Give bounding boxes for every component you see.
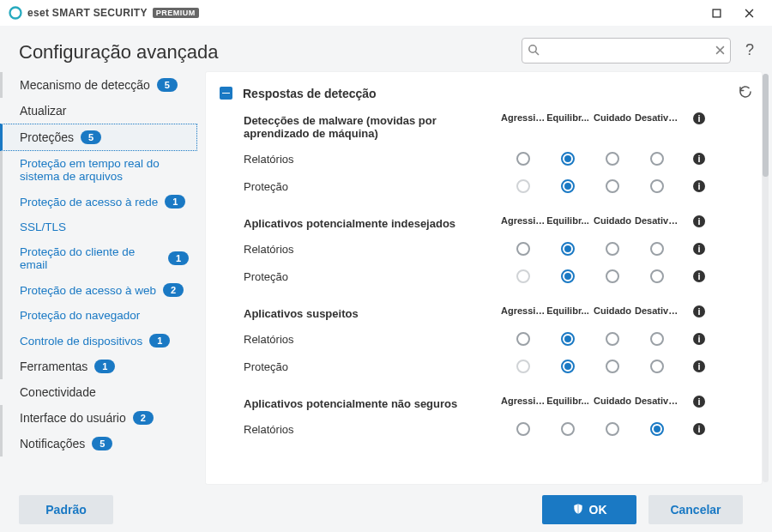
column-header: Desativa... [635, 305, 679, 316]
sidebar-item-ssl[interactable]: SSL/TLS [0, 215, 197, 239]
sidebar-item-label: Conectividade [20, 385, 96, 399]
radio-option[interactable] [650, 422, 664, 436]
search-box[interactable] [522, 38, 731, 63]
radio-option[interactable] [606, 360, 619, 373]
column-header: Equilibr... [546, 112, 590, 123]
info-icon[interactable]: i [693, 153, 705, 165]
radio-option[interactable] [606, 269, 619, 283]
column-header: Equilibr... [546, 305, 590, 316]
column-header: Agressivo [501, 112, 546, 123]
radio-option [516, 360, 530, 373]
radio-option[interactable] [561, 179, 575, 193]
column-header: Desativa... [635, 112, 679, 123]
column-header: Equilibr... [546, 215, 590, 226]
info-icon[interactable]: i [693, 396, 705, 408]
radio-option[interactable] [561, 360, 575, 373]
sidebar-item-badge: 2 [163, 283, 184, 297]
radio-option[interactable] [606, 242, 619, 256]
cancel-button[interactable]: Cancelar [648, 495, 743, 524]
info-icon[interactable]: i [693, 305, 705, 317]
radio-option[interactable] [561, 422, 575, 436]
option-label: Proteção [244, 270, 501, 283]
info-icon[interactable]: i [693, 243, 705, 255]
info-icon[interactable]: i [693, 215, 705, 227]
sidebar-item-mecanismo[interactable]: Mecanismo de detecção5 [0, 72, 197, 98]
sidebar-item-label: Atualizar [20, 104, 66, 118]
radio-option[interactable] [606, 332, 619, 346]
radio-option[interactable] [606, 422, 619, 436]
settings-panel: Respostas de detecção Detecções de malwa… [206, 72, 762, 484]
settings-group: Aplicativos potencialmente não segurosAg… [244, 396, 753, 443]
defaults-button[interactable]: Padrão [19, 495, 113, 524]
sidebar-item-email[interactable]: Proteção do cliente de email1 [0, 239, 197, 277]
radio-option[interactable] [561, 269, 575, 283]
sidebar-item-label: Proteção de acesso à rede [20, 196, 158, 209]
reset-section-button[interactable] [738, 84, 753, 102]
sidebar-item-atualizar[interactable]: Atualizar [0, 98, 197, 124]
option-label: Relatórios [244, 153, 501, 166]
radio-option[interactable] [561, 242, 575, 256]
page-scrollbar[interactable] [763, 74, 769, 482]
collapse-toggle[interactable] [220, 87, 232, 100]
page-scrollbar-thumb[interactable] [763, 74, 769, 177]
option-label: Proteção [244, 360, 501, 373]
settings-group: Aplicativos potencialmente indesejadosAg… [244, 215, 753, 290]
shield-icon [572, 503, 584, 517]
group-title: Aplicativos potencialmente não seguros [244, 396, 501, 410]
sidebar-item-dispositivos[interactable]: Controle de dispositivos1 [0, 328, 197, 354]
radio-option[interactable] [650, 179, 664, 193]
sidebar-item-notificacoes[interactable]: Notificações5 [0, 431, 197, 456]
info-icon[interactable]: i [693, 112, 705, 124]
help-button[interactable]: ? [739, 38, 760, 62]
ok-button[interactable]: OK [542, 495, 636, 524]
svg-point-2 [529, 45, 536, 51]
sidebar-item-navegador[interactable]: Proteção do navegador [0, 303, 197, 328]
sidebar-item-rede[interactable]: Proteção de acesso à rede1 [0, 189, 197, 215]
brand-edition-badge: PREMIUM [153, 8, 199, 18]
info-icon[interactable]: i [693, 180, 705, 192]
radio-option[interactable] [650, 152, 664, 166]
radio-option[interactable] [606, 179, 619, 193]
group-title: Aplicativos potencialmente indesejados [244, 215, 501, 230]
sidebar-item-interface[interactable]: Interface do usuário2 [0, 405, 197, 431]
info-icon[interactable]: i [693, 360, 705, 372]
sidebar-item-label: Ferramentas [20, 360, 87, 373]
radio-option[interactable] [516, 422, 530, 436]
sidebar-item-ferramentas[interactable]: Ferramentas1 [0, 354, 197, 379]
option-label: Relatórios [244, 333, 501, 346]
clear-search-icon[interactable] [715, 45, 725, 57]
sidebar-item-label: SSL/TLS [20, 221, 66, 233]
sidebar-item-rtfs[interactable]: Proteção em tempo real do sistema de arq… [0, 151, 197, 189]
radio-option[interactable] [516, 152, 530, 166]
panel-title: Respostas de detecção [243, 87, 377, 100]
radio-option[interactable] [561, 152, 575, 166]
sidebar: Mecanismo de detecção5AtualizarProteções… [0, 72, 197, 484]
sidebar-item-conectividade[interactable]: Conectividade [0, 379, 197, 405]
radio-option[interactable] [516, 242, 530, 256]
column-header: Desativa... [635, 215, 679, 226]
svg-rect-1 [713, 9, 721, 17]
column-header: Cuidado [590, 112, 635, 123]
radio-option[interactable] [606, 152, 619, 166]
radio-option[interactable] [650, 360, 664, 373]
search-input[interactable] [545, 44, 710, 58]
maximize-button[interactable] [702, 3, 731, 22]
sidebar-item-badge: 5 [157, 78, 178, 92]
svg-rect-3 [222, 93, 230, 94]
info-icon[interactable]: i [693, 423, 705, 435]
info-icon[interactable]: i [693, 270, 705, 282]
info-icon[interactable]: i [693, 333, 705, 345]
radio-option[interactable] [561, 332, 575, 346]
search-icon [528, 44, 540, 58]
sidebar-item-badge: 5 [92, 437, 112, 450]
radio-option [516, 179, 530, 193]
column-header: Cuidado [590, 305, 635, 316]
sidebar-item-web[interactable]: Proteção de acesso à web2 [0, 277, 197, 303]
sidebar-item-badge: 5 [81, 130, 101, 144]
radio-option[interactable] [650, 332, 664, 346]
radio-option[interactable] [516, 332, 530, 346]
radio-option[interactable] [650, 269, 664, 283]
close-button[interactable] [734, 3, 763, 22]
radio-option[interactable] [650, 242, 664, 256]
sidebar-item-protecoes[interactable]: Proteções5 [0, 124, 197, 151]
